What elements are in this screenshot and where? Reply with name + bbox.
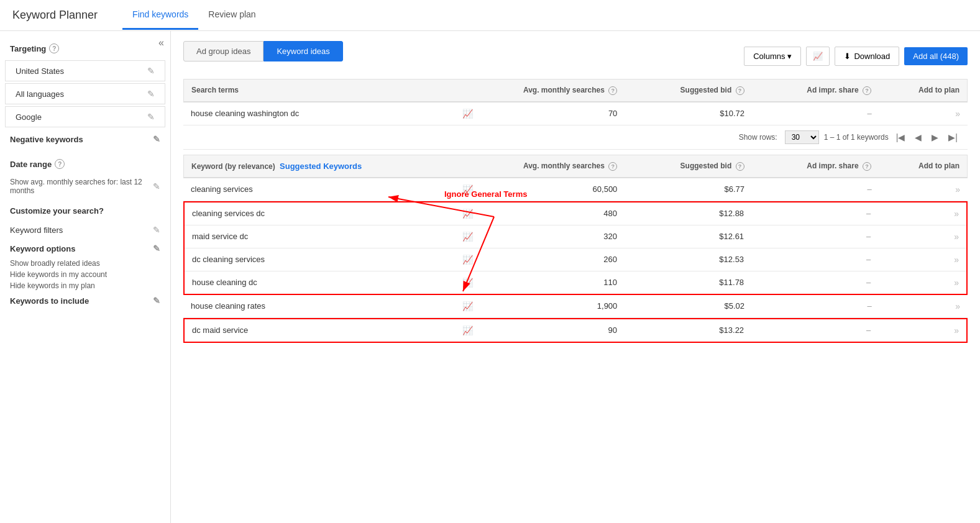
keyword-option-plan: Hide keywords in my plan [0,280,170,291]
add-btn-7[interactable]: » [954,325,959,335]
next-page-btn[interactable]: ▶ [929,131,941,143]
chart-icon-3[interactable]: 📈 [462,232,487,242]
chart-icon-1[interactable]: 📈 [462,184,487,194]
sugg-header-avg-monthly: Avg. monthly searches ? [487,161,636,171]
keyword-options-title: Keyword options ✎ [0,239,170,258]
add-btn-5[interactable]: » [954,278,959,288]
keywords-to-include-item[interactable]: Keywords to include ✎ [0,291,170,310]
nav-tab-review-plan[interactable]: Review plan [198,1,265,30]
suggested-keyword-row-7: dc maid service 📈 90 $13.22 – » [185,319,966,342]
header-add-to-plan: Add to plan [884,86,959,94]
prev-page-btn[interactable]: ◀ [912,131,924,143]
sidebar-collapse-button[interactable]: « [158,37,164,48]
add-to-plan-btn[interactable]: » [955,109,960,119]
app-title: Keyword Planner [12,9,98,22]
keyword-option-broadly: Show broadly related ideas [0,258,170,269]
add-btn-4[interactable]: » [954,255,959,265]
customize-help-icon[interactable]: ? [99,206,104,216]
sugg-header-suggested-bid: Suggested bid ? [636,161,762,171]
impr-help-icon[interactable]: ? [863,86,871,95]
language-edit-icon[interactable]: ✎ [147,89,155,99]
targeting-network[interactable]: Google ✎ [5,106,165,127]
keywords-include-edit-icon[interactable]: ✎ [153,296,160,306]
suggested-keywords-section: Keyword (by relevance) Suggested Keyword… [183,155,968,343]
date-range-edit-icon[interactable]: ✎ [153,181,160,191]
search-term-row-1: house cleaning washington dc 📈 70 $10.72… [183,102,968,125]
first-page-btn[interactable]: |◀ [894,131,908,143]
suggested-keyword-row-6: house cleaning rates 📈 1,900 $5.02 – » [183,295,968,318]
bid-help-icon[interactable]: ? [736,86,744,95]
negative-keywords-edit-icon[interactable]: ✎ [153,134,160,144]
targeting-language[interactable]: All languages ✎ [5,83,165,104]
country-edit-icon[interactable]: ✎ [147,66,155,76]
add-btn-1[interactable]: » [955,184,960,194]
chart-icon-2[interactable]: 📈 [462,209,487,219]
sugg-header-add-to-plan: Add to plan [884,161,959,170]
customize-section-title: Customize your search ? [0,201,170,221]
content-area: Ad group ideas Keyword ideas Columns ▾ 📈… [171,31,980,523]
add-btn-2[interactable]: » [954,209,959,219]
suggested-keyword-row-4: dc cleaning services 📈 260 $12.53 – » [185,248,966,271]
chart-icon-cell[interactable]: 📈 [462,109,487,119]
header-ad-impr-share: Ad impr. share ? [763,86,884,95]
header-avg-monthly: Avg. monthly searches ? [487,86,636,95]
suggested-keyword-row-3: maid service dc 📈 320 $12.61 – » [185,225,966,248]
date-range-help-icon[interactable]: ? [55,159,65,169]
keyword-filters-item[interactable]: Keyword filters ✎ [0,221,170,239]
download-icon: ⬇ [844,52,851,61]
suggested-keyword-row-1: cleaning services 📈 60,500 $6.77 – » [183,178,968,201]
chart-icon: 📈 [813,52,823,61]
red-box-dc-maid-service: dc maid service 📈 90 $13.22 – » [183,318,968,343]
top-actions: Columns ▾ 📈 ⬇ Download Add all (448) [744,47,968,66]
add-btn-6[interactable]: » [955,301,960,311]
sugg-impr-help-icon[interactable]: ? [863,162,871,171]
add-all-button[interactable]: Add all (448) [904,47,968,65]
chart-icon-7[interactable]: 📈 [462,325,487,335]
header-suggested-bid: Suggested bid ? [636,86,762,95]
red-box-specific-keywords: cleaning services dc 📈 480 $12.88 – » [183,201,968,295]
sugg-avg-help-icon[interactable]: ? [608,162,617,171]
suggested-keywords-header: Keyword (by relevance) Suggested Keyword… [183,155,968,178]
suggested-keyword-row-2: cleaning services dc 📈 480 $12.88 – » [185,202,966,225]
content-tabs: Ad group ideas Keyword ideas [183,41,343,61]
suggested-keyword-row-5: house cleaning dc 📈 110 $11.78 – » [185,271,966,294]
sidebar: « Targeting ? United States ✎ All langua… [0,31,171,523]
content-tabs-actions-row: Ad group ideas Keyword ideas Columns ▾ 📈… [183,41,968,71]
main-layout: « Targeting ? United States ✎ All langua… [0,31,980,523]
chart-button[interactable]: 📈 [806,47,830,66]
date-range-section-title: Date range ? [0,154,170,174]
targeting-help-icon[interactable]: ? [49,43,59,53]
pagination-row: Show rows: 30 50 100 1 – 1 of 1 keywords… [183,125,968,150]
targeting-country[interactable]: United States ✎ [5,60,165,81]
tab-keyword-ideas[interactable]: Keyword ideas [263,41,342,61]
date-range-value: Show avg. monthly searches for: last 12 … [0,174,170,201]
chart-icon-5[interactable]: 📈 [462,278,487,288]
nav-tabs: Find keywords Review plan [122,1,266,30]
search-terms-table-header: Search terms Avg. monthly searches ? Sug… [183,79,968,102]
add-btn-3[interactable]: » [954,232,959,242]
nav-tab-find-keywords[interactable]: Find keywords [122,1,198,30]
keyword-options-edit-icon[interactable]: ✎ [153,243,160,253]
show-rows-select[interactable]: 30 50 100 [785,130,819,144]
keyword-filters-edit-icon[interactable]: ✎ [153,225,160,235]
negative-keywords-item[interactable]: Negative keywords ✎ [0,129,170,149]
suggested-keywords-link[interactable]: Suggested Keywords [280,161,362,171]
keyword-option-account: Hide keywords in my account [0,269,170,280]
download-button[interactable]: ⬇ Download [835,47,899,66]
sugg-header-ad-impr: Ad impr. share ? [763,161,884,171]
last-page-btn[interactable]: ▶| [946,131,960,143]
app-header: Keyword Planner Find keywords Review pla… [0,0,980,31]
columns-button[interactable]: Columns ▾ [744,47,801,66]
avg-help-icon[interactable]: ? [608,86,617,95]
chevron-down-icon: ▾ [787,52,792,61]
chart-icon-4[interactable]: 📈 [462,255,487,265]
chart-icon-6[interactable]: 📈 [462,301,487,311]
sugg-bid-help-icon[interactable]: ? [736,162,744,171]
targeting-section-title: Targeting ? [0,39,170,58]
tab-ad-group-ideas[interactable]: Ad group ideas [183,41,263,61]
header-search-terms: Search terms [191,86,462,94]
network-edit-icon[interactable]: ✎ [147,112,155,122]
